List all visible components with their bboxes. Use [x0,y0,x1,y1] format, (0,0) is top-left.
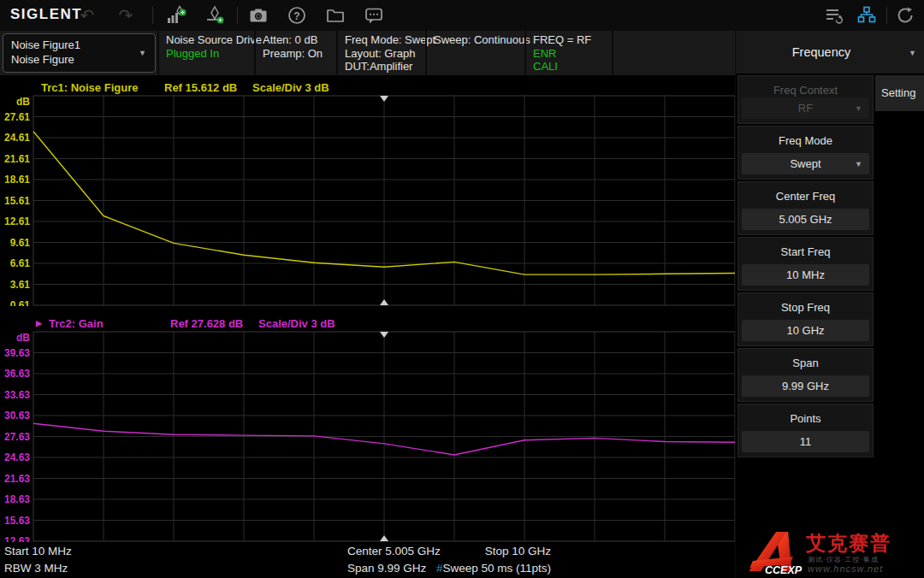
menu-item-value: 10 MHz [786,268,825,281]
menu-item-label: Points [738,412,873,425]
span-readout: Span 9.99 GHz [347,562,426,575]
svg-text:6.61: 6.61 [10,257,31,269]
sweep-segment[interactable]: Sweep: Continuous [425,31,524,75]
segment-line: FREQ = RF [533,33,612,47]
channel-selector[interactable]: Noise Figure1 Noise Figure ▼ [3,33,156,73]
menu-item-label: Center Freq [738,190,873,203]
help-icon[interactable]: ? [285,3,309,27]
atten-preamp-segment[interactable]: Atten: 0 dB Preamp: On [254,31,336,75]
freq-mode-dropdown[interactable]: Swept ▼ [742,153,869,174]
svg-text:24.63: 24.63 [4,451,30,463]
menu-item-freq-context: Freq Context RF ▼ [737,75,874,124]
undo-icon[interactable]: ↶ [75,3,99,27]
watermark-cn-name: 艾克赛普 [806,530,891,557]
segment-line: Plugged In [166,47,254,61]
sidebar-menu: Frequency ▼ Setting Freq Context RF ▼ Fr… [735,31,924,578]
menu-item-label: Stop Freq [738,301,873,314]
menu-item-value: 10 GHz [786,324,824,337]
freqmode-layout-segment[interactable]: Freq Mode: Swept Layout: Graph DUT:Ampli… [336,31,425,75]
message-bubble-icon[interactable] [362,3,386,27]
sweep-time-readout: #Sweep 50 ms (11pts) [436,562,551,575]
top-toolbar: SIGLENT ↶ ↷ [0,0,924,31]
menu-column: Freq Context RF ▼ Freq Mode Swept ▼ Cent… [737,75,874,459]
menu-item-value: 9.99 GHz [782,380,829,392]
start-freq-field[interactable]: 10 MHz [742,264,869,286]
chevron-down-icon: ▼ [855,98,862,120]
menu-item-span[interactable]: Span 9.99 GHz [737,348,874,402]
menu-item-stop-freq[interactable]: Stop Freq 10 GHz [737,292,874,346]
trace2-header: ▶ Trc2: Gain Ref 27.628 dB Scale/Div 3 d… [0,317,736,331]
svg-text:dB: dB [16,96,30,108]
add-marker-icon[interactable] [204,3,228,27]
menu-item-value: 5.005 GHz [779,213,832,226]
trace2-plot[interactable]: dB39.6336.6333.6330.6327.6324.6321.6318.… [0,331,737,542]
trace2-label[interactable]: Trc2: Gain [49,317,104,330]
segment-line: DUT:Amplifier [345,60,425,74]
sweep-text: Sweep 50 ms (11pts) [442,562,551,575]
sequence-list-icon[interactable] [822,3,846,27]
sidebar-title: Frequency [736,45,907,59]
svg-text:33.63: 33.63 [4,389,30,401]
trace1-header: Trc1: Noise Figure Ref 15.612 dB Scale/D… [0,81,736,95]
svg-text:39.63: 39.63 [4,347,30,359]
trace1-scale-div[interactable]: Scale/Div 3 dB [252,81,329,94]
instrument-screen: SIGLENT ↶ ↷ [0,0,924,578]
trace2-ref-level[interactable]: Ref 27.628 dB [170,317,243,330]
menu-item-points[interactable]: Points 11 [737,404,874,457]
span-field[interactable]: 9.99 GHz [742,375,869,397]
redo-icon[interactable]: ↷ [114,3,138,27]
svg-text:24.61: 24.61 [4,132,30,144]
segment-line: Atten: 0 dB [263,33,336,47]
tab-setting[interactable]: Setting [875,75,924,111]
sidebar-header-frequency[interactable]: Frequency ▼ [736,31,924,75]
svg-text:dB: dB [16,332,30,344]
segment-line: Layout: Graph [345,47,425,61]
stop-freq-field[interactable]: 10 GHz [742,320,869,341]
ccexp-watermark: CCEXP 艾克赛普 测试·仪器·工控·集成 www.hncsw.net [748,528,922,578]
noise-source-segment[interactable]: Noise Source Drive Plugged In [157,31,254,75]
ccexp-text: CCEXP [765,564,803,576]
add-trace-icon[interactable] [164,3,188,27]
menu-item-label: Freq Context [738,84,873,97]
svg-text:21.61: 21.61 [4,153,30,165]
menu-item-label: Span [738,357,873,369]
menu-item-start-freq[interactable]: Start Freq 10 MHz [737,237,874,291]
svg-text:18.61: 18.61 [4,174,30,186]
tab-setting-label: Setting [881,86,915,99]
points-field[interactable]: 11 [742,431,869,452]
menu-item-label: Start Freq [738,245,873,258]
svg-text:12.63: 12.63 [4,535,30,542]
trace1-plot[interactable]: dB27.6124.6121.6118.6115.6112.619.616.61… [0,95,737,306]
graph-area: Trc1: Noise Figure Ref 15.612 dB Scale/D… [0,75,737,542]
trace1-label[interactable]: Trc1: Noise Figure [41,81,138,94]
preset-reset-icon[interactable] [893,3,917,27]
channel-name: Noise Figure1 [11,38,80,51]
svg-text:27.61: 27.61 [4,111,30,123]
center-freq-field[interactable]: 5.005 GHz [742,209,869,230]
freq-enr-cali-segment[interactable]: FREQ = RF ENR CALI [524,31,612,75]
siglent-logo: SIGLENT [10,6,82,23]
svg-text:15.61: 15.61 [4,195,30,207]
segment-line: ENR [533,47,612,61]
network-lan-icon[interactable] [855,3,879,27]
toolbar-divider [886,7,887,24]
watermark-url: www.hncsw.net [808,563,883,574]
trace2-scale-div[interactable]: Scale/Div 3 dB [258,317,335,330]
menu-item-freq-mode[interactable]: Freq Mode Swept ▼ [737,126,874,180]
svg-text:15.63: 15.63 [4,515,30,527]
trace1-ref-level[interactable]: Ref 15.612 dB [164,81,237,94]
channel-mode: Noise Figure [11,53,74,66]
menu-item-value: Swept [790,157,820,170]
svg-text:18.63: 18.63 [4,493,30,505]
screenshot-camera-icon[interactable] [246,3,270,27]
menu-item-center-freq[interactable]: Center Freq 5.005 GHz [737,181,874,235]
svg-text:0.61: 0.61 [10,299,31,306]
toolbar-divider [152,7,153,24]
active-trace-icon: ▶ [36,319,42,327]
chevron-down-icon: ▼ [139,49,146,57]
segment-line: CALI [533,60,612,74]
file-folder-icon[interactable] [323,3,347,27]
svg-text:30.63: 30.63 [4,410,30,422]
rbw-readout: RBW 3 MHz [4,562,68,575]
freq-context-dropdown: RF ▼ [742,97,869,119]
